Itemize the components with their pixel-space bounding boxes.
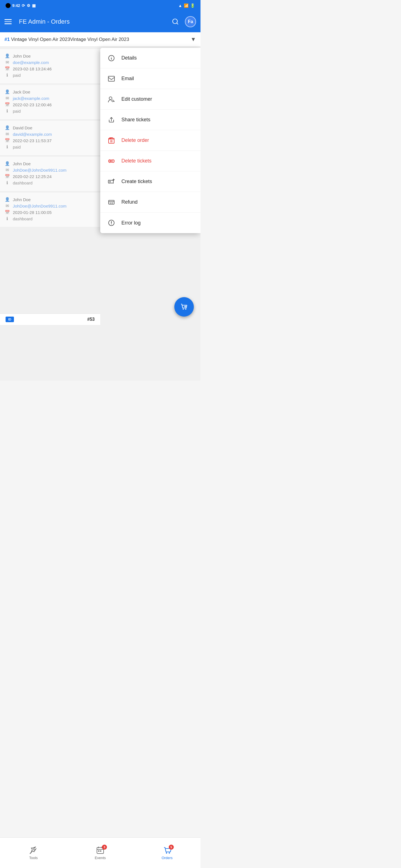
- refund-icon: [108, 198, 115, 206]
- person-icon: 👤: [4, 125, 10, 130]
- hamburger-menu-button[interactable]: [4, 17, 15, 27]
- sim-icon: ▦: [32, 3, 36, 8]
- menu-item-error-log[interactable]: Error log: [100, 213, 200, 233]
- info-icon: ℹ: [4, 108, 10, 114]
- context-menu: Details Email Edit custome: [100, 48, 200, 233]
- order-datetime: 2022-02-23 12:00:46: [13, 102, 52, 107]
- email-envelope-icon: [108, 75, 115, 83]
- delete-order-icon: [108, 136, 115, 145]
- person-icon: 👤: [4, 89, 10, 94]
- customer-name: John Doe: [13, 54, 31, 58]
- main-content: 👤 John Doe ✉ doe@example.com 📅 2023-02-1…: [0, 47, 200, 380]
- sync-icon: ⟳: [22, 3, 25, 8]
- status-bar: 9:42 ⟳ ⚙ ▦ ▲ 📶 🔋: [0, 0, 200, 11]
- share-tickets-label: Share tickets: [121, 117, 150, 123]
- share-icon: [108, 116, 115, 124]
- svg-point-15: [185, 309, 186, 310]
- email-icon: ✉: [4, 204, 10, 208]
- order-datetime: 2020-01-28 11:00:05: [13, 210, 52, 215]
- svg-point-13: [111, 224, 112, 224]
- email-icon: ✉: [4, 167, 10, 173]
- info-circle-icon: [108, 54, 115, 62]
- menu-item-create-tickets[interactable]: Create tickets: [100, 172, 200, 192]
- order-status: dashboard: [13, 181, 33, 185]
- customer-email: doe@example.com: [13, 60, 49, 65]
- status-time: 9:42: [12, 3, 20, 8]
- event-selector[interactable]: #1 Vintage Vinyl Open Air 2023Vintage Vi…: [0, 32, 200, 47]
- create-tickets-label: Create tickets: [121, 179, 152, 184]
- customer-email: jack@example.com: [13, 96, 49, 101]
- info-icon: ℹ: [4, 145, 10, 149]
- svg-rect-9: [108, 180, 113, 183]
- battery-icon: 🔋: [190, 3, 195, 8]
- svg-point-8: [110, 160, 111, 162]
- customer-email: JohDoe@JohnDoe9911.com: [13, 168, 66, 173]
- create-tickets-icon: [108, 178, 115, 186]
- info-icon: ℹ: [4, 216, 10, 221]
- app-title: FE Admin - Orders: [19, 18, 166, 25]
- menu-item-refund[interactable]: Refund: [100, 192, 200, 213]
- cart-fab-button[interactable]: [174, 297, 194, 317]
- details-label: Details: [121, 55, 137, 61]
- order-number: #53: [87, 317, 95, 322]
- calendar-icon: 📅: [4, 210, 10, 215]
- svg-text:ID: ID: [8, 318, 11, 321]
- order-status: dashboard: [13, 216, 33, 221]
- order-status: paid: [13, 73, 21, 78]
- customer-name: John Doe: [13, 197, 31, 202]
- svg-rect-11: [109, 200, 114, 204]
- signal-icon: ▲: [178, 3, 182, 8]
- wifi-icon: 📶: [184, 3, 189, 8]
- chevron-down-icon: ▼: [191, 36, 196, 42]
- search-button[interactable]: [170, 17, 180, 27]
- user-avatar[interactable]: Fa: [185, 16, 196, 27]
- edit-customer-label: Edit customer: [121, 96, 152, 102]
- svg-rect-3: [108, 76, 114, 81]
- error-log-icon: [108, 219, 115, 227]
- person-icon: 👤: [4, 161, 10, 166]
- delete-order-label: Delete order: [121, 137, 149, 143]
- svg-point-14: [183, 309, 184, 310]
- customer-email: JohDoe@JohnDoe9911.com: [13, 204, 66, 208]
- menu-item-details[interactable]: Details: [100, 48, 200, 68]
- app-bar: FE Admin - Orders Fa: [0, 11, 200, 32]
- order-status: paid: [13, 109, 21, 114]
- person-icon: 👤: [4, 54, 10, 58]
- order-datetime: 2023-02-18 13:24:46: [13, 66, 52, 71]
- email-icon: ✉: [4, 96, 10, 101]
- menu-item-delete-tickets[interactable]: Delete tickets: [100, 151, 200, 172]
- settings-icon: ⚙: [27, 3, 30, 8]
- refund-label: Refund: [121, 199, 138, 205]
- cart-icon: [180, 302, 189, 311]
- delete-tickets-icon: [108, 157, 115, 165]
- email-icon: ✉: [4, 132, 10, 136]
- calendar-icon: 📅: [4, 66, 10, 71]
- order-datetime: 2022-02-23 11:53:37: [13, 138, 52, 143]
- order-status: paid: [13, 145, 21, 149]
- menu-item-edit-customer[interactable]: Edit customer: [100, 89, 200, 110]
- id-label: ID: [6, 317, 14, 322]
- customer-name: Jack Doe: [13, 90, 30, 94]
- svg-point-4: [109, 97, 112, 100]
- calendar-icon: 📅: [4, 102, 10, 107]
- email-label: Email: [121, 76, 134, 82]
- svg-point-10: [109, 181, 111, 182]
- status-bar-left: 9:42 ⟳ ⚙ ▦: [6, 3, 36, 8]
- info-icon: ℹ: [4, 180, 10, 185]
- edit-customer-icon: [108, 95, 115, 103]
- calendar-icon: 📅: [4, 174, 10, 179]
- customer-name: John Doe: [13, 161, 31, 166]
- email-icon: ✉: [4, 60, 10, 65]
- status-dot: [6, 3, 10, 8]
- customer-email: david@example.com: [13, 132, 52, 136]
- status-bar-right: ▲ 📶 🔋: [178, 3, 195, 8]
- order-datetime: 2020-02-22 12:25:24: [13, 174, 52, 179]
- menu-item-delete-order[interactable]: Delete order: [100, 130, 200, 151]
- error-log-label: Error log: [121, 220, 141, 226]
- customer-name: David Doe: [13, 125, 32, 130]
- menu-item-share-tickets[interactable]: Share tickets: [100, 110, 200, 130]
- event-selector-text: #1 Vintage Vinyl Open Air 2023Vintage Vi…: [4, 37, 129, 42]
- delete-tickets-label: Delete tickets: [121, 158, 151, 164]
- id-bar: ID #53: [0, 313, 100, 325]
- menu-item-email[interactable]: Email: [100, 68, 200, 89]
